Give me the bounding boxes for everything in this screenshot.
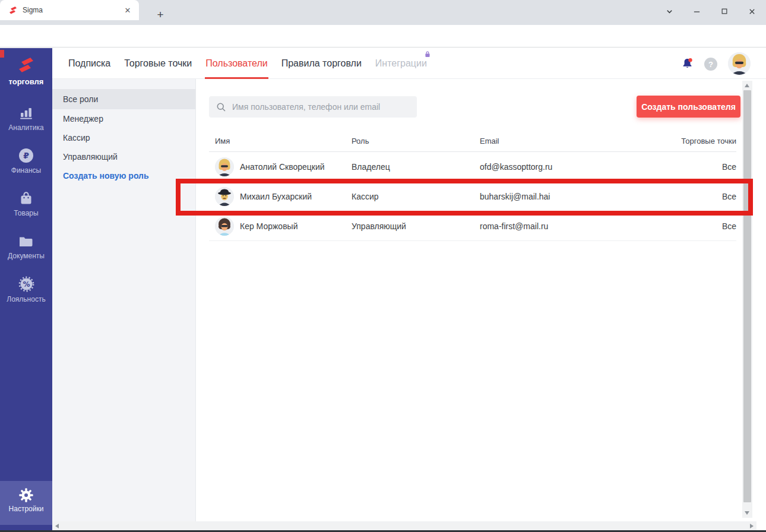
user-email: ofd@kassopttorg.ru [480,162,552,172]
window-chevron-icon[interactable] [660,5,678,18]
create-role-link[interactable]: Создать новую роль [52,166,195,185]
tab-label: Подписка [68,58,110,69]
col-header-role: Роль [352,137,369,145]
window-close-icon[interactable] [743,5,761,18]
sidebar: торговля Аналитика ₽ Финансы [0,48,52,532]
avatar [215,157,234,176]
sidebar-item-loyalty[interactable]: % Лояльность [0,276,52,303]
sidebar-logo[interactable]: торговля [0,55,52,86]
create-user-button[interactable]: Создать пользователя [637,96,740,118]
avatar [215,217,234,236]
sidebar-item-settings[interactable]: Настройки [0,481,52,525]
svg-text:₽: ₽ [23,151,29,160]
stray-red-mark [0,50,4,58]
col-header-outlets: Торговые точки [681,137,736,145]
sidebar-item-label: Лояльность [0,295,52,303]
role-item-cashier[interactable]: Кассир [52,128,195,147]
sidebar-item-goods[interactable]: Товары [0,191,52,217]
role-item-supervisor[interactable]: Управляющий [52,147,195,166]
col-header-email: Email [480,137,499,145]
user-role: Управляющий [352,221,406,231]
user-name: Анатолий Скворецкий [240,162,325,172]
annotation-highlight-box [176,179,753,216]
search-box [209,96,417,118]
user-name: Кер Моржовый [240,221,297,231]
vertical-scrollbar[interactable] [742,81,752,518]
sidebar-item-analytics[interactable]: Аналитика [0,105,52,132]
tab-label: Пользователи [205,58,267,69]
browser-tab[interactable]: Sigma ✕ [0,0,139,20]
search-input[interactable] [232,102,410,112]
help-icon[interactable]: ? [704,58,717,71]
tab-subscription[interactable]: Подписка [68,48,110,79]
browser-toolbar: cloud.sigma.ru/settings/employees ABP 1 [0,25,766,48]
sidebar-item-label: Товары [0,209,52,217]
notifications-bell-icon[interactable] [681,58,694,70]
app-header: Подписка Торговые точки Пользователи Пра… [52,48,766,79]
gear-icon [18,487,34,503]
tab-users[interactable]: Пользователи [205,48,267,79]
vertical-scroll-thumb[interactable] [743,90,751,502]
user-role: Владелец [352,162,390,172]
sidebar-item-finance[interactable]: ₽ Финансы [0,148,52,175]
sidebar-item-label: Настройки [0,505,52,513]
sigma-logo-icon [16,55,36,74]
sidebar-logo-label: торговля [0,77,52,86]
sidebar-item-label: Финансы [0,166,52,175]
lock-icon [425,50,431,58]
loyalty-percent-icon: % [18,276,34,292]
scroll-up-icon[interactable] [745,84,749,87]
tab-outlets[interactable]: Торговые точки [124,48,192,79]
screen: Sigma ✕ + [0,0,766,532]
sidebar-item-documents[interactable]: Документы [0,233,52,260]
ruble-icon: ₽ [18,148,34,163]
app-tabs: Подписка Торговые точки Пользователи Пра… [68,48,427,79]
horizontal-scrollbar[interactable] [52,521,756,530]
roles-panel: Все роли Менеджер Кассир Управляющий Соз… [52,79,196,521]
table-header-row: Имя Роль Email Торговые точки [209,133,736,152]
bag-icon [18,191,34,206]
bar-chart-icon [18,105,34,121]
window-maximize-icon[interactable] [716,5,733,18]
tab-integrations[interactable]: Интеграции [375,48,427,79]
table-row[interactable]: Кер Моржовый Управляющий roma-first@mail… [209,211,736,241]
new-tab-button[interactable]: + [153,8,167,22]
scroll-left-icon[interactable] [55,524,59,528]
col-header-name: Имя [215,137,230,145]
svg-text:%: % [23,280,30,289]
scroll-down-icon[interactable] [745,511,749,515]
user-outlets: Все [722,221,736,231]
tab-label: Правила торговли [281,58,362,69]
folder-icon [18,233,34,249]
sidebar-item-label: Аналитика [0,124,52,132]
tab-trade-rules[interactable]: Правила торговли [281,48,362,79]
sigma-favicon-icon [8,5,18,15]
sidebar-item-label: Документы [0,252,52,260]
scroll-right-icon[interactable] [750,524,754,528]
table-row[interactable]: Анатолий Скворецкий Владелец ofd@kassopt… [209,152,736,182]
tab-label: Интеграции [375,58,427,69]
main-content: Создать пользователя Имя Роль Email Торг… [196,79,766,521]
browser-titlebar: Sigma ✕ + [0,0,766,25]
user-email: roma-first@mail.ru [480,221,548,231]
role-item-all[interactable]: Все роли [52,89,195,109]
window-minimize-icon[interactable] [688,5,705,18]
tab-close-icon[interactable]: ✕ [122,5,133,15]
user-outlets: Все [722,162,736,172]
tab-title: Sigma [23,6,122,14]
search-icon [216,102,226,112]
tab-label: Торговые точки [124,58,192,69]
role-item-manager[interactable]: Менеджер [52,109,195,128]
user-avatar[interactable] [728,52,751,75]
